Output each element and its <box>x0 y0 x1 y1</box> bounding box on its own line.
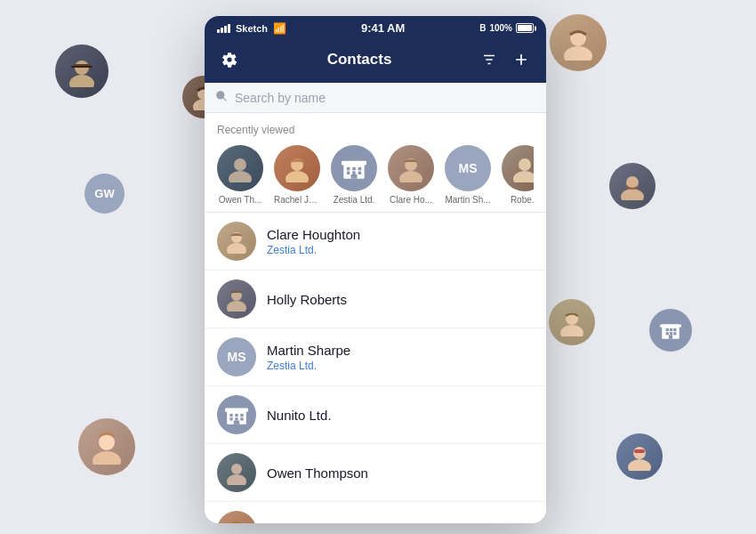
svg-rect-42 <box>358 172 362 175</box>
recently-viewed-label: Recently viewed <box>217 124 534 136</box>
svg-rect-38 <box>352 167 356 171</box>
svg-point-34 <box>286 171 309 182</box>
contact-info-nunito: Nunito Ltd. <box>267 408 332 423</box>
add-contact-button[interactable] <box>509 47 534 72</box>
contact-info-holly: Holly Roberts <box>267 292 347 307</box>
status-left: Sketch 📶 <box>217 22 286 35</box>
bg-avatar-8 <box>616 433 663 480</box>
svg-point-29 <box>217 92 224 99</box>
svg-rect-15 <box>666 332 669 335</box>
recent-label-martin: Martin Sh... <box>445 195 490 205</box>
recent-avatar-rob <box>502 145 534 191</box>
recent-item-owen[interactable]: Owen Th... <box>217 145 263 205</box>
bg-avatar-7 <box>78 418 135 475</box>
contact-avatar-owen <box>217 453 256 492</box>
recent-item-rachel[interactable]: Rachel Jo... <box>274 145 320 205</box>
svg-rect-39 <box>358 167 362 171</box>
contact-item-martin[interactable]: MS Martin Sharpe Zestia Ltd. <box>205 328 546 386</box>
contact-name-clare: Clare Houghton <box>267 227 360 242</box>
contact-name-martin: Martin Sharpe <box>267 343 350 358</box>
svg-rect-43 <box>351 174 358 179</box>
bg-avatar-gw: GW <box>84 174 125 214</box>
bg-avatar-1 <box>55 44 109 98</box>
filter-button[interactable] <box>477 47 502 72</box>
recent-item-rob[interactable]: Robe... <box>502 145 534 205</box>
contact-item-owen[interactable]: Owen Thompson <box>205 444 546 502</box>
contact-item-rachel[interactable]: Rachel Jones <box>205 502 546 523</box>
contact-item-holly[interactable]: Holly Roberts <box>205 271 546 328</box>
nav-title: Contacts <box>327 51 392 69</box>
contact-name-owen: Owen Thompson <box>267 465 368 481</box>
status-right: B 100% <box>479 23 534 33</box>
svg-rect-12 <box>666 328 669 331</box>
svg-point-1 <box>69 75 94 87</box>
bg-avatar-5 <box>609 163 655 209</box>
recent-label-owen: Owen Th... <box>219 195 262 205</box>
svg-point-46 <box>519 158 531 171</box>
svg-point-51 <box>227 301 246 312</box>
contact-avatar-clare <box>217 222 256 261</box>
contact-avatar-holly <box>217 279 256 319</box>
battery-icon <box>516 23 534 33</box>
contact-item-clare[interactable]: Clare Houghton Zestia Ltd. <box>205 213 546 271</box>
settings-button[interactable] <box>217 47 242 72</box>
svg-point-25 <box>560 325 583 336</box>
recent-avatars-list: Owen Th... Rachel Jo... <box>217 145 534 205</box>
svg-point-19 <box>99 434 115 450</box>
battery-pct: 100% <box>489 23 512 33</box>
svg-rect-59 <box>240 417 243 420</box>
recent-avatar-martin: MS <box>445 145 491 191</box>
svg-point-45 <box>399 171 422 182</box>
contact-avatar-martin: MS <box>217 337 256 376</box>
recent-item-clare[interactable]: Clare Ho... <box>388 145 434 205</box>
recent-label-rob: Robe... <box>511 195 534 205</box>
contact-avatar-rachel <box>217 511 256 523</box>
svg-point-31 <box>234 158 246 171</box>
contact-info-rachel: Rachel Jones <box>267 523 348 524</box>
bg-avatar-4 <box>550 14 607 71</box>
svg-point-62 <box>227 474 246 485</box>
svg-rect-23 <box>634 449 645 453</box>
contact-item-nunito[interactable]: Nunito Ltd. <box>205 386 546 444</box>
svg-rect-16 <box>670 332 672 335</box>
search-bar: Search by name <box>205 83 546 113</box>
recent-label-zestia: Zestia Ltd. <box>334 195 375 205</box>
svg-rect-36 <box>342 161 366 166</box>
svg-rect-14 <box>673 328 676 331</box>
phone-mockup: Sketch 📶 9:41 AM B 100% Contacts <box>205 16 546 523</box>
search-icon <box>215 90 228 105</box>
recent-label-clare: Clare Ho... <box>390 195 432 205</box>
recent-item-zestia[interactable]: Zestia Ltd. <box>331 145 377 205</box>
bluetooth-icon: B <box>479 23 486 33</box>
svg-rect-56 <box>240 414 243 417</box>
recent-avatar-rachel <box>274 145 320 191</box>
search-input[interactable]: Search by name <box>235 91 326 105</box>
contact-sub-martin: Zestia Ltd. <box>267 360 350 372</box>
svg-rect-40 <box>347 172 350 175</box>
recent-avatar-zestia <box>331 145 377 191</box>
svg-point-49 <box>227 243 246 254</box>
svg-point-47 <box>513 171 534 182</box>
svg-rect-13 <box>670 328 672 331</box>
recently-viewed-section: Recently viewed Owen Th... <box>205 113 546 213</box>
svg-rect-37 <box>347 167 350 171</box>
recent-avatar-owen <box>217 145 263 191</box>
svg-rect-41 <box>352 172 356 175</box>
wifi-icon: 📶 <box>273 22 286 35</box>
svg-rect-53 <box>225 408 248 411</box>
svg-rect-54 <box>229 414 232 417</box>
status-bar: Sketch 📶 9:41 AM B 100% <box>205 16 546 40</box>
nav-bar: Contacts <box>205 40 546 83</box>
svg-rect-57 <box>229 417 232 420</box>
bg-avatar-9 <box>549 299 595 345</box>
svg-line-30 <box>223 98 226 101</box>
contact-list: Clare Houghton Zestia Ltd. Holly Roberts… <box>205 213 546 523</box>
svg-rect-18 <box>669 335 672 338</box>
svg-rect-58 <box>235 417 237 420</box>
contact-name-holly: Holly Roberts <box>267 292 347 307</box>
svg-rect-17 <box>673 332 676 335</box>
recent-item-martin[interactable]: MS Martin Sh... <box>445 145 491 205</box>
svg-point-9 <box>621 189 644 200</box>
contact-name-rachel: Rachel Jones <box>267 523 348 524</box>
svg-point-7 <box>564 46 592 61</box>
